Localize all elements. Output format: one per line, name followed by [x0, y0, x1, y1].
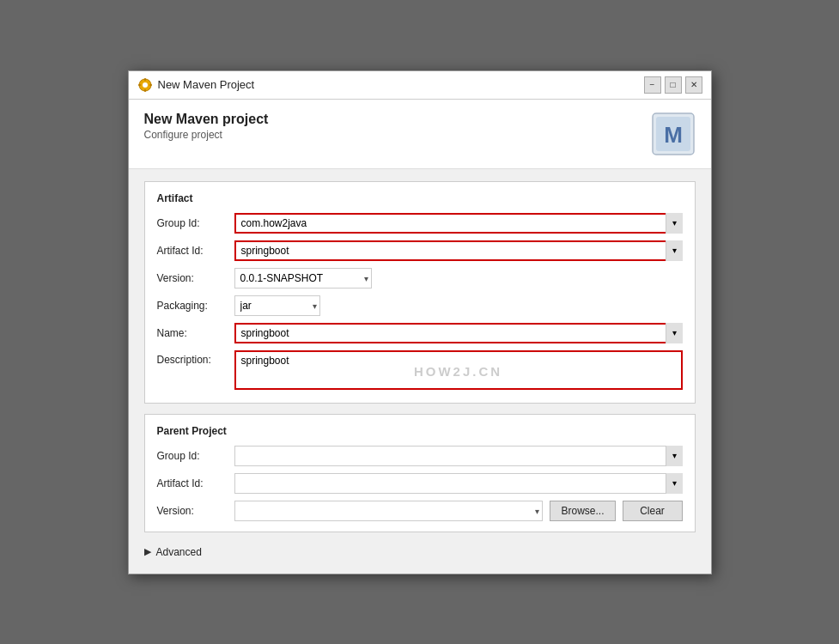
parent-group-id-dropdown-btn[interactable]: ▾	[666, 446, 683, 466]
content-area: Artifact Group Id: ▾ Artifact Id: ▾ Ver	[129, 169, 711, 574]
name-dropdown-btn[interactable]: ▾	[666, 323, 683, 343]
svg-rect-5	[149, 84, 152, 86]
packaging-select[interactable]: jar war pom	[234, 295, 320, 316]
page-subtitle: Configure project	[144, 129, 269, 141]
parent-artifact-id-wrapper: ▾	[234, 473, 683, 494]
close-button[interactable]: ✕	[685, 76, 702, 94]
description-row: Description: springboot HOW2J.CN	[157, 350, 683, 392]
header-text: New Maven project Configure project	[144, 112, 269, 141]
parent-artifact-id-dropdown-btn[interactable]: ▾	[666, 473, 683, 494]
parent-version-select-wrapper: ▾	[234, 501, 544, 521]
page-title: New Maven project	[144, 112, 269, 127]
description-wrapper: springboot HOW2J.CN	[234, 350, 683, 392]
title-bar-left: New Maven Project	[137, 77, 255, 93]
group-id-input-wrapper: ▾	[234, 213, 683, 234]
parent-artifact-id-input[interactable]	[234, 473, 683, 494]
parent-artifact-id-row: Artifact Id: ▾	[157, 473, 683, 494]
artifact-section-title: Artifact	[157, 192, 683, 204]
group-id-row: Group Id: ▾	[157, 213, 683, 234]
maven-logo: M	[651, 112, 696, 156]
artifact-id-row: Artifact Id: ▾	[157, 240, 683, 261]
title-bar: New Maven Project − □ ✕	[129, 71, 711, 100]
artifact-id-input-wrapper: ▾	[234, 240, 683, 261]
artifact-section: Artifact Group Id: ▾ Artifact Id: ▾ Ver	[144, 181, 696, 404]
parent-version-label: Version:	[157, 505, 234, 517]
artifact-id-dropdown-btn[interactable]: ▾	[666, 240, 683, 261]
parent-section-title: Parent Project	[157, 425, 683, 437]
svg-rect-2	[144, 78, 146, 81]
version-label: Version:	[157, 272, 234, 284]
parent-group-id-wrapper: ▾	[234, 446, 683, 466]
name-input[interactable]	[234, 323, 683, 343]
parent-group-id-input[interactable]	[234, 446, 683, 466]
svg-rect-4	[138, 84, 141, 86]
name-label: Name:	[157, 327, 234, 339]
svg-rect-3	[144, 89, 146, 92]
maximize-button[interactable]: □	[665, 76, 682, 94]
name-input-wrapper: ▾	[234, 323, 683, 343]
packaging-label: Packaging:	[157, 300, 234, 312]
header-area: New Maven project Configure project M	[129, 100, 711, 169]
parent-version-row: Version: ▾ Browse... Clear	[157, 501, 683, 521]
packaging-row: Packaging: jar war pom ▾	[157, 295, 683, 316]
parent-version-select[interactable]	[234, 501, 544, 521]
group-id-label: Group Id:	[157, 217, 234, 229]
description-label: Description:	[157, 354, 234, 366]
version-row: Version: 0.0.1-SNAPSHOT ▾	[157, 268, 683, 289]
parent-group-id-label: Group Id:	[157, 450, 234, 462]
description-input[interactable]: springboot	[234, 350, 683, 390]
group-id-dropdown-btn[interactable]: ▾	[666, 213, 683, 234]
artifact-id-label: Artifact Id:	[157, 245, 234, 257]
new-maven-project-dialog: New Maven Project − □ ✕ New Maven projec…	[128, 70, 712, 574]
parent-version-controls: ▾ Browse... Clear	[234, 501, 683, 521]
version-select-wrapper: 0.0.1-SNAPSHOT ▾	[234, 268, 372, 289]
advanced-row[interactable]: ▶ Advanced	[144, 543, 696, 562]
version-select[interactable]: 0.0.1-SNAPSHOT	[234, 268, 372, 289]
name-row: Name: ▾	[157, 323, 683, 343]
parent-group-id-row: Group Id: ▾	[157, 446, 683, 466]
artifact-id-input[interactable]	[234, 240, 683, 261]
advanced-arrow-icon: ▶	[144, 546, 151, 557]
parent-project-section: Parent Project Group Id: ▾ Artifact Id: …	[144, 414, 696, 532]
dialog-title: New Maven Project	[158, 78, 255, 91]
packaging-select-wrapper: jar war pom ▾	[234, 295, 320, 316]
svg-text:M: M	[664, 122, 683, 148]
browse-button[interactable]: Browse...	[550, 501, 615, 521]
minimize-button[interactable]: −	[644, 76, 661, 94]
svg-point-1	[143, 82, 148, 88]
dialog-icon	[137, 77, 153, 93]
group-id-input[interactable]	[234, 213, 683, 234]
clear-button[interactable]: Clear	[623, 501, 683, 521]
parent-artifact-id-label: Artifact Id:	[157, 477, 234, 489]
title-bar-controls: − □ ✕	[644, 76, 702, 94]
advanced-label: Advanced	[156, 546, 202, 558]
